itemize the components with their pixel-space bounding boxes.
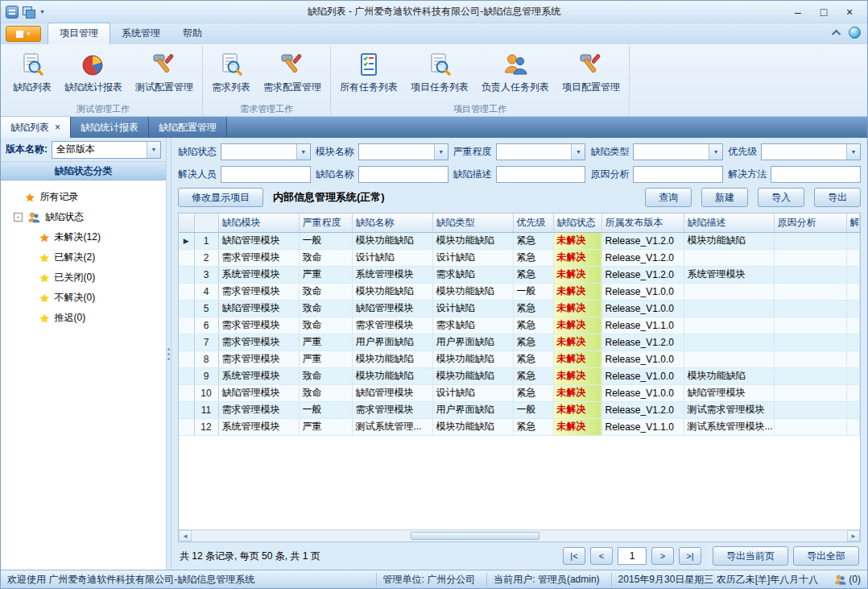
col-priority[interactable]: 优先级 [513, 214, 553, 232]
filter-input-resolver[interactable] [221, 166, 311, 183]
filter-text-input[interactable] [771, 167, 860, 182]
cell-reason[interactable] [774, 367, 846, 384]
filter-select-input[interactable] [497, 144, 572, 160]
first-page-button[interactable]: |< [563, 547, 585, 565]
scroll-right-icon[interactable]: ► [847, 530, 860, 541]
table-row[interactable]: 5缺陷管理模块致命缺陷管理模块设计缺陷紧急未解决Release_V1.0.0 [179, 300, 860, 317]
filter-select-input[interactable] [359, 144, 434, 160]
cell-type[interactable]: 设计缺陷 [432, 249, 513, 266]
table-row[interactable]: 12系统管理模块严重测试系统管理...模块功能缺陷紧急未解决Release_V1… [179, 418, 860, 435]
cell-priority[interactable]: 紧急 [513, 367, 553, 384]
cell-solution[interactable] [846, 249, 860, 266]
ribbon-item-owner-tasks[interactable]: 负责人任务列表 [476, 48, 555, 96]
cell-type[interactable]: 用户界面缺陷 [432, 334, 513, 350]
cell-module[interactable]: 系统管理模块 [218, 367, 299, 384]
filter-select-input[interactable] [634, 144, 709, 160]
cell-desc[interactable] [684, 350, 774, 367]
cell-module[interactable]: 需求管理模块 [218, 249, 299, 266]
col-status[interactable]: 缺陷状态 [553, 214, 601, 232]
cell-release[interactable]: Release_V1.2.0 [601, 232, 684, 249]
filter-select-module-name[interactable]: ▼ [358, 143, 448, 160]
filter-text-input[interactable] [497, 167, 585, 182]
ribbon-item-test-config[interactable]: 测试配置管理 [130, 48, 199, 96]
cell-type[interactable]: 设计缺陷 [432, 384, 513, 401]
col-severity[interactable]: 严重程度 [299, 214, 352, 232]
row-selector[interactable] [179, 334, 194, 350]
version-combobox[interactable]: 全部版本 ▼ [52, 141, 161, 159]
cell-reason[interactable] [774, 384, 846, 401]
filter-select-input[interactable] [762, 144, 846, 160]
cell-priority[interactable]: 紧急 [513, 334, 553, 350]
tree-item-postponed[interactable]: ★ 推迟(0) [2, 308, 164, 328]
tree-item-defect-status[interactable]: - 缺陷状态 [2, 207, 164, 227]
ribbon-item-req-list[interactable]: 需求列表 [206, 48, 256, 96]
tree-item-wontfix[interactable]: ★ 不解决(0) [2, 288, 164, 308]
cell-release[interactable]: Release_V1.0.0 [601, 350, 684, 367]
scroll-left-icon[interactable]: ◄ [179, 530, 192, 541]
cell-desc[interactable]: 测试需求管理模块 [684, 401, 774, 418]
cell-solution[interactable] [846, 317, 860, 334]
cell-desc[interactable] [684, 300, 774, 317]
cell-priority[interactable]: 紧急 [513, 266, 553, 283]
cell-desc[interactable]: 模块功能缺陷 [684, 367, 774, 384]
cell-severity[interactable]: 一般 [299, 232, 352, 249]
cell-priority[interactable]: 一般 [513, 401, 553, 418]
cell-status[interactable]: 未解决 [553, 300, 601, 317]
cell-module[interactable]: 需求管理模块 [218, 401, 299, 418]
search-button[interactable]: 查询 [645, 188, 692, 207]
export-button[interactable]: 导出 [814, 188, 861, 207]
cell-reason[interactable] [774, 401, 846, 418]
ribbon-item-defect-list[interactable]: 缺陷列表 [7, 48, 57, 96]
cell-solution[interactable] [846, 283, 860, 300]
cell-priority[interactable]: 紧急 [513, 300, 553, 317]
cell-type[interactable]: 需求缺陷 [432, 266, 513, 283]
cell-module[interactable]: 需求管理模块 [218, 283, 299, 300]
cell-release[interactable]: Release_V1.2.0 [601, 334, 684, 350]
cell-severity[interactable]: 严重 [299, 418, 352, 435]
table-row[interactable]: ▶1缺陷管理模块一般模块功能缺陷模块功能缺陷紧急未解决Release_V1.2.… [179, 232, 860, 249]
cell-reason[interactable] [774, 418, 846, 435]
cell-type[interactable]: 模块功能缺陷 [432, 350, 513, 367]
filter-text-input[interactable] [634, 167, 722, 182]
col-solution[interactable]: 解决方法 [846, 214, 860, 232]
cell-severity[interactable]: 致命 [299, 384, 352, 401]
export-all-button[interactable]: 导出全部 [793, 546, 859, 566]
row-selector[interactable] [179, 283, 194, 300]
cell-name[interactable]: 测试系统管理... [352, 418, 432, 435]
filter-input-defect-desc[interactable] [496, 166, 586, 183]
online-users[interactable]: (0) [829, 574, 861, 586]
chevron-down-icon[interactable]: ▼ [571, 144, 585, 160]
cell-module[interactable]: 需求管理模块 [218, 350, 299, 367]
cell-status[interactable]: 未解决 [553, 418, 601, 435]
cell-name[interactable]: 模块功能缺陷 [352, 283, 432, 300]
cell-reason[interactable] [774, 249, 846, 266]
table-row[interactable]: 6需求管理模块致命需求管理模块需求缺陷紧急未解决Release_V1.1.0 [179, 317, 860, 334]
table-row[interactable]: 8需求管理模块严重模块功能缺陷模块功能缺陷紧急未解决Release_V1.0.0 [179, 350, 860, 367]
row-selector[interactable] [179, 401, 194, 418]
cell-status[interactable]: 未解决 [553, 334, 601, 350]
cell-name[interactable]: 需求管理模块 [352, 401, 432, 418]
cell-solution[interactable] [846, 334, 860, 350]
cell-severity[interactable]: 致命 [299, 367, 352, 384]
row-selector[interactable] [179, 350, 194, 367]
row-selector[interactable]: ▶ [179, 232, 194, 249]
doc-tab-defect-list[interactable]: 缺陷列表 × [1, 117, 71, 138]
col-name[interactable]: 缺陷名称 [352, 214, 432, 232]
ribbon-tab-system[interactable]: 系统管理 [110, 23, 172, 44]
cell-release[interactable]: Release_V1.1.0 [601, 418, 684, 435]
cell-release[interactable]: Release_V1.0.0 [601, 283, 684, 300]
row-selector[interactable] [179, 300, 194, 317]
cell-desc[interactable] [684, 317, 774, 334]
cell-priority[interactable]: 紧急 [513, 384, 553, 401]
maximize-button[interactable]: □ [811, 3, 837, 21]
cell-type[interactable]: 设计缺陷 [432, 300, 513, 317]
import-button[interactable]: 导入 [758, 188, 804, 207]
cell-severity[interactable]: 致命 [299, 300, 352, 317]
cell-severity[interactable]: 严重 [299, 266, 352, 283]
row-selector[interactable] [179, 317, 194, 334]
application-menu-button[interactable]: ▼ [6, 26, 41, 42]
filter-select-input[interactable] [221, 144, 296, 160]
cell-priority[interactable]: 紧急 [513, 249, 553, 266]
about-globe-icon[interactable] [849, 27, 861, 39]
table-row[interactable]: 4需求管理模块致命模块功能缺陷模块功能缺陷一般未解决Release_V1.0.0 [179, 283, 860, 300]
